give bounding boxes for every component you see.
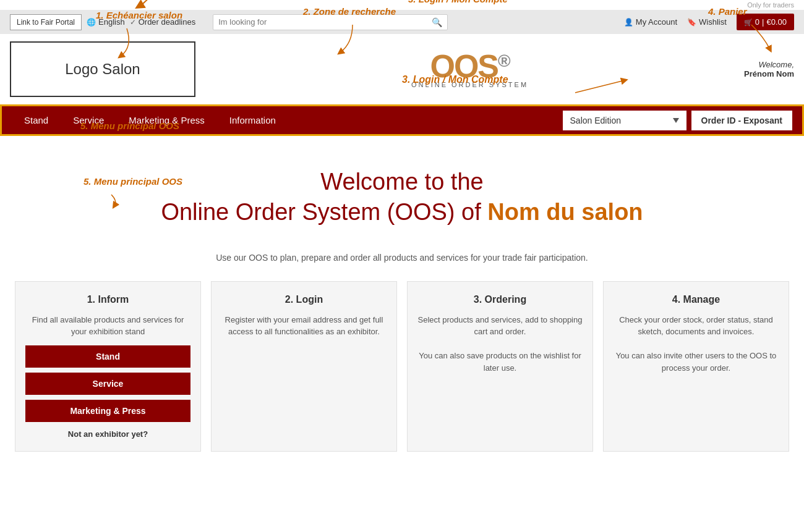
card-ordering: 3. Ordering Select products and services… <box>407 281 593 452</box>
card-inform-title: 1. Inform <box>25 294 190 305</box>
salon-edition-select[interactable]: Salon Edition <box>563 111 686 130</box>
my-account-label: My Account <box>636 17 677 27</box>
hero-title: Welcome to the Online Order System (OOS)… <box>12 167 792 228</box>
header-right: My Account Wishlist 0 | €0.00 <box>624 14 794 30</box>
check-icon <box>130 17 136 27</box>
oos-tagline: ONLINE ORDER SYSTEM <box>411 81 528 88</box>
card-login-text: Register with your email address and get… <box>221 314 387 338</box>
header-bar: Link to Fair Portal English Order deadli… <box>0 10 804 34</box>
salon-edition-label: Salon Edition <box>570 116 622 125</box>
main-header: Logo Salon OOS® ONLINE ORDER SYSTEM Welc… <box>0 34 804 104</box>
card-not-exhibitor: Not an exhibitor yet? <box>25 429 190 439</box>
cart-icon <box>744 17 753 27</box>
hero-line2: Online Order System (OOS) of Nom du salo… <box>12 197 792 227</box>
welcome-section: Welcome, Prénom Nom <box>744 60 794 78</box>
nav-item-service[interactable]: Service <box>61 106 116 134</box>
wishlist-label: Wishlist <box>699 17 727 27</box>
salon-logo: Logo Salon <box>10 41 195 97</box>
language-label: English <box>98 17 125 27</box>
nav-items: Stand Service Marketing & Press Informat… <box>12 106 288 134</box>
wishlist-link[interactable]: Wishlist <box>687 17 727 27</box>
nav-item-stand[interactable]: Stand <box>12 106 61 134</box>
hero-line2-static: Online Order System (OOS) of <box>161 199 481 225</box>
info-cards: 1. Inform Find all available products an… <box>0 281 804 452</box>
person-icon <box>624 17 633 27</box>
card-ordering-text: Select products and services, add to sho… <box>417 314 583 374</box>
only-for-traders-label: Only for traders <box>747 1 794 9</box>
cart-button[interactable]: 0 | €0.00 <box>737 14 794 30</box>
order-id-button[interactable]: Order ID - Exposant <box>691 111 792 130</box>
globe-icon <box>87 17 96 27</box>
card-inform: 1. Inform Find all available products an… <box>15 281 201 452</box>
oos-logo: OOS® ONLINE ORDER SYSTEM <box>195 50 744 88</box>
nav-right: Salon Edition Order ID - Exposant <box>563 111 792 130</box>
hero-salon-name: Nom du salon <box>481 199 643 225</box>
order-deadlines-label: Order deadlines <box>139 17 196 27</box>
card-stand-button[interactable]: Stand <box>25 345 190 368</box>
user-name-label: Prénom Nom <box>744 69 794 78</box>
nav-item-marketing-press[interactable]: Marketing & Press <box>116 106 217 134</box>
chevron-down-icon <box>673 118 679 123</box>
my-account-link[interactable]: My Account <box>624 17 677 27</box>
card-manage: 4. Manage Check your order stock, order … <box>603 281 789 452</box>
card-marketing-button[interactable]: Marketing & Press <box>25 400 190 422</box>
order-deadlines-link[interactable]: Order deadlines <box>130 17 196 27</box>
nav-item-information[interactable]: Information <box>217 106 288 134</box>
welcome-label: Welcome, <box>744 60 794 69</box>
card-inform-text: Find all available products and services… <box>25 314 190 338</box>
logo-text: Logo Salon <box>65 61 140 78</box>
search-box: 🔍 <box>213 14 448 30</box>
cart-amount: €0.00 <box>766 17 787 27</box>
hero-section: Welcome to the Online Order System (OOS)… <box>0 136 804 240</box>
language-selector[interactable]: English <box>87 17 125 27</box>
subtitle-text: Use our OOS to plan, prepare and order a… <box>216 253 588 263</box>
search-button[interactable]: 🔍 <box>432 17 442 27</box>
nav-bar: Stand Service Marketing & Press Informat… <box>0 104 804 136</box>
bookmark-icon <box>687 17 696 27</box>
search-input[interactable] <box>218 17 432 27</box>
cart-count: 0 <box>755 17 759 27</box>
card-login: 2. Login Register with your email addres… <box>211 281 397 452</box>
card-manage-title: 4. Manage <box>614 294 779 305</box>
card-service-button[interactable]: Service <box>25 373 190 395</box>
hero-subtitle: Use our OOS to plan, prepare and order a… <box>0 240 804 281</box>
card-manage-text: Check your order stock, order status, st… <box>614 314 779 374</box>
oos-brand: OOS® <box>411 50 528 82</box>
card-login-title: 2. Login <box>221 294 387 305</box>
fair-portal-button[interactable]: Link to Fair Portal <box>10 14 82 30</box>
hero-line1: Welcome to the <box>12 167 792 197</box>
card-ordering-title: 3. Ordering <box>417 294 583 305</box>
